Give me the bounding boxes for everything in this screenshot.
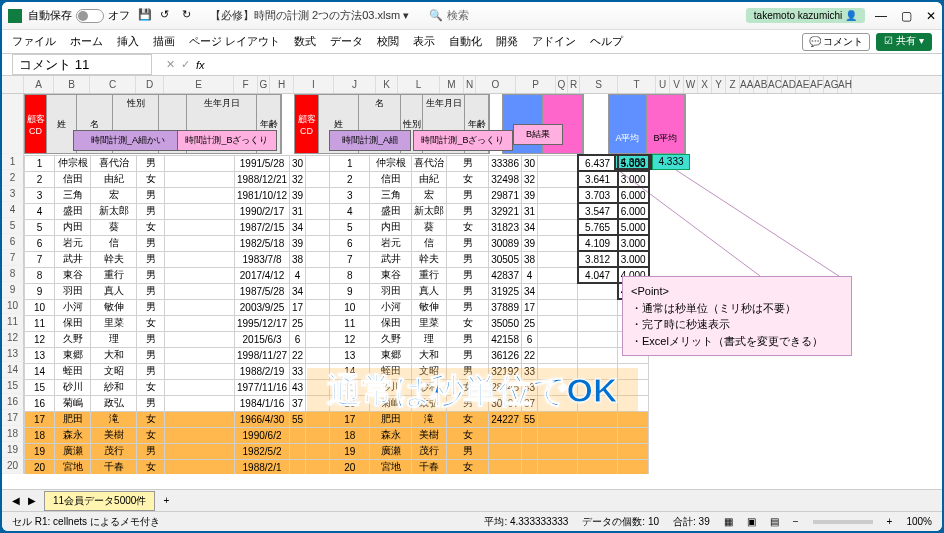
col-header[interactable]: AD (782, 76, 796, 93)
row-header[interactable]: 18 (2, 426, 24, 442)
table-row[interactable]: 5内田葵女1987/2/15345内田葵女31823345.7655.000 (25, 219, 649, 235)
worksheet-area[interactable]: ABCDEFGHIJKLMNOPQRSTUVWXYZAAABACADAEAFAG… (2, 76, 942, 474)
zoom-in-button[interactable]: + (887, 516, 893, 527)
btn-time-b[interactable]: 時間計測_Bざっくり (177, 130, 277, 151)
table-row[interactable]: 4盛田新太郎男1990/2/17314盛田新太郎男32921313.5476.0… (25, 203, 649, 219)
row-header[interactable]: 10 (2, 298, 24, 314)
btn-time-a2[interactable]: 時間計測_A細 (329, 130, 411, 151)
row-header[interactable]: 6 (2, 234, 24, 250)
col-header[interactable]: S (580, 76, 618, 93)
row-header[interactable]: 17 (2, 410, 24, 426)
table-row[interactable]: 10小河敏伸男2003/9/251710小河敏伸男3788917 (25, 299, 649, 315)
col-header[interactable]: K (376, 76, 398, 93)
table-row[interactable]: 20宮地千春女1988/2/120宮地千春女 (25, 459, 649, 474)
btn-time-a[interactable]: 時間計測_A細かい (73, 130, 183, 151)
table-row[interactable]: 9羽田真人男1987/5/28349羽田真人男31925344.000 (25, 283, 649, 299)
col-header[interactable]: X (698, 76, 712, 93)
data-grid[interactable]: 1仲宗根喜代治男1991/5/28301仲宗根喜代治男33386306.4375… (24, 154, 650, 474)
name-box[interactable] (12, 54, 152, 75)
share-button[interactable]: ☑ 共有 ▾ (876, 33, 932, 51)
close-button[interactable]: ✕ (926, 9, 936, 23)
avg-b-value[interactable]: 4.333 (652, 154, 690, 170)
col-header[interactable]: P (516, 76, 556, 93)
tab[interactable]: ファイル (12, 34, 56, 49)
col-header[interactable]: AG (824, 76, 838, 93)
table-row[interactable]: 8東谷重行男2017/4/1248東谷重行男4283744.0474.000 (25, 267, 649, 283)
row-header[interactable]: 12 (2, 330, 24, 346)
row-header[interactable]: 5 (2, 218, 24, 234)
tab[interactable]: 校閲 (377, 34, 399, 49)
table-row[interactable]: 19廣瀬茂行男1982/5/219廣瀬茂行男 (25, 443, 649, 459)
tab[interactable]: 表示 (413, 34, 435, 49)
table-row[interactable]: 18森永美樹女1990/6/218森永美樹女 (25, 427, 649, 443)
save-icon[interactable]: 💾 (138, 8, 154, 24)
toggle-off-icon[interactable] (76, 9, 104, 23)
table-row[interactable]: 16菊嶋政弘男1984/1/163716菊嶋政弘男3069737 (25, 395, 649, 411)
table-row[interactable]: 14蛭田文昭男1988/2/193314蛭田文昭男3219233 (25, 363, 649, 379)
row-headers[interactable]: 12345678910111213141516171819202122 (2, 94, 24, 474)
col-header[interactable]: J (334, 76, 376, 93)
zoom-out-button[interactable]: − (793, 516, 799, 527)
enter-icon[interactable]: ✓ (181, 58, 190, 71)
col-header[interactable]: V (670, 76, 684, 93)
row-header[interactable]: 3 (2, 186, 24, 202)
col-header[interactable]: M (440, 76, 464, 93)
col-header[interactable]: T (618, 76, 656, 93)
col-header[interactable]: W (684, 76, 698, 93)
cancel-icon[interactable]: ✕ (166, 58, 175, 71)
col-header[interactable]: Q (556, 76, 568, 93)
col-header[interactable]: A (24, 76, 54, 93)
row-header[interactable]: 11 (2, 314, 24, 330)
tab[interactable]: アドイン (532, 34, 576, 49)
table-row[interactable]: 1仲宗根喜代治男1991/5/28301仲宗根喜代治男33386306.4375… (25, 155, 649, 171)
table-row[interactable]: 2信田由紀女1988/12/21322信田由紀女32498323.6413.00… (25, 171, 649, 187)
col-header[interactable]: C (90, 76, 136, 93)
col-header[interactable]: AE (796, 76, 810, 93)
col-header[interactable]: AA (740, 76, 754, 93)
col-header[interactable]: H (270, 76, 294, 93)
col-header[interactable]: G (258, 76, 270, 93)
col-header[interactable]: Y (712, 76, 726, 93)
table-row[interactable]: 3三角宏男1981/10/12393三角宏男29871393.7036.000 (25, 187, 649, 203)
tab[interactable]: データ (330, 34, 363, 49)
row-header[interactable]: 14 (2, 362, 24, 378)
col-header[interactable]: L (398, 76, 440, 93)
table-row[interactable]: 11保田里菜女1995/12/172511保田里菜女3505025 (25, 315, 649, 331)
row-header[interactable]: 16 (2, 394, 24, 410)
row-header[interactable]: 7 (2, 250, 24, 266)
row-header[interactable]: 19 (2, 442, 24, 458)
tab[interactable]: 挿入 (117, 34, 139, 49)
redo-icon[interactable]: ↻ (182, 8, 198, 24)
row-header[interactable]: 4 (2, 202, 24, 218)
view-normal-icon[interactable]: ▦ (724, 516, 733, 527)
note-comment-box[interactable]: <Point> ・通常は秒単位（ミリ秒は不要） ・完了時に秒速表示 ・Excel… (622, 276, 852, 356)
row-header[interactable]: 2 (2, 170, 24, 186)
tab[interactable]: ホーム (70, 34, 103, 49)
minimize-button[interactable]: — (875, 9, 887, 23)
filename[interactable]: 【必修】時間の計測 2つの方法03.xlsm ▾ (210, 8, 409, 23)
fx-icon[interactable]: fx (196, 59, 205, 71)
row-header[interactable]: 15 (2, 378, 24, 394)
tab-nav-prev[interactable]: ◀ (12, 495, 20, 506)
row-header[interactable]: 20 (2, 458, 24, 474)
tab[interactable]: 開発 (496, 34, 518, 49)
table-row[interactable]: 15砂川紗和女1977/11/164315砂川紗和女2844543 (25, 379, 649, 395)
row-header[interactable]: 8 (2, 266, 24, 282)
search-box[interactable]: 🔍 検索 (429, 8, 469, 23)
col-header[interactable]: R (568, 76, 580, 93)
col-header[interactable]: D (136, 76, 164, 93)
col-header[interactable]: E (164, 76, 234, 93)
col-header[interactable]: U (656, 76, 670, 93)
tab[interactable]: 自動化 (449, 34, 482, 49)
undo-icon[interactable]: ↺ (160, 8, 176, 24)
table-row[interactable]: 6岩元信男1982/5/18396岩元信男30089394.1093.000 (25, 235, 649, 251)
autosave-toggle[interactable]: 自動保存 オフ (28, 8, 130, 23)
btn-time-b2[interactable]: 時間計測_Bざっくり (413, 130, 513, 151)
table-row[interactable]: 7武井幹夫男1983/7/8387武井幹夫男30505383.8123.000 (25, 251, 649, 267)
col-header[interactable]: AC (768, 76, 782, 93)
col-header[interactable]: AH (838, 76, 852, 93)
row-header[interactable]: 13 (2, 346, 24, 362)
view-layout-icon[interactable]: ▣ (747, 516, 756, 527)
col-header[interactable]: B (54, 76, 90, 93)
tab[interactable]: ヘルプ (590, 34, 623, 49)
